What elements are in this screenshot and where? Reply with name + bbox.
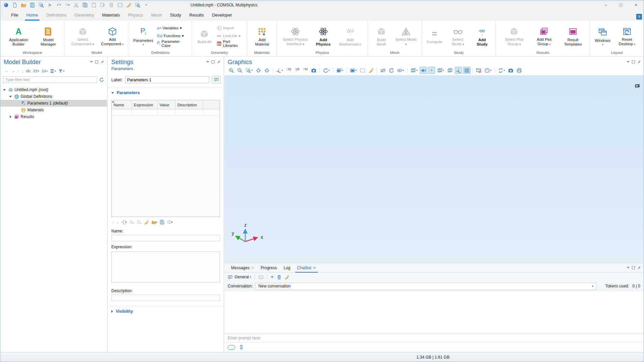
tab-study[interactable]: Study <box>166 9 185 21</box>
add-material-button[interactable]: Add Material <box>250 25 274 47</box>
close-tab-icon[interactable]: × <box>252 266 254 270</box>
expression-field-input[interactable] <box>111 251 220 282</box>
disable-automatic-plot-button[interactable] <box>475 67 482 74</box>
parameter-case-button[interactable]: PiParameter Case <box>155 40 189 47</box>
tree-item-global-definitions[interactable]: Global Definitions <box>0 93 107 100</box>
print-button[interactable] <box>515 67 523 74</box>
column-header-name[interactable]: Name <box>112 100 132 109</box>
panel-menu-icon[interactable] <box>90 61 93 63</box>
reset-hiding-button[interactable] <box>388 67 395 74</box>
deselect-box-button[interactable] <box>367 67 375 74</box>
windows-button[interactable]: Windows ▾ <box>593 26 612 46</box>
zoom-out-button[interactable] <box>236 67 244 74</box>
tree-item-parameters[interactable]: Pi Parameters 1 {default} <box>0 100 107 107</box>
sound-feedback-dropdown[interactable]: ▾ <box>428 67 435 74</box>
minimize-button[interactable]: – <box>598 0 613 9</box>
tree-item-results[interactable]: Results <box>0 113 107 120</box>
create-parameter-node-button[interactable] <box>212 76 221 84</box>
add-component-button[interactable]: Add Component ▾ <box>99 25 126 47</box>
redo-dropdown-icon[interactable]: ▾ <box>68 3 70 6</box>
description-field-input[interactable] <box>111 295 220 301</box>
new-conversation-button[interactable]: + <box>271 274 274 280</box>
tab-messages[interactable]: Messages× <box>228 263 257 272</box>
empty-table-row[interactable] <box>112 109 220 116</box>
panel-pin-icon[interactable] <box>217 60 221 64</box>
panel-float-icon[interactable] <box>95 60 98 63</box>
tab-chatbot[interactable]: Chatbot× <box>294 263 319 272</box>
copy-button[interactable] <box>81 1 89 9</box>
select-box-button[interactable] <box>116 1 124 9</box>
load-from-file-button[interactable]: ▾ <box>151 220 157 225</box>
model-manager-button[interactable]: Model Manager <box>35 25 62 47</box>
visibility-section-header[interactable]: Visibility <box>108 306 223 316</box>
model-tree-nodes-button[interactable]: ▾ <box>50 68 56 74</box>
orthographic-cube-toggle[interactable] <box>446 67 454 74</box>
image-export-button[interactable]: ▾ <box>349 67 358 74</box>
prompt-input[interactable] <box>224 336 644 340</box>
go-to-yz-view-button[interactable]: ↑yz <box>293 67 301 74</box>
hide-objects-button[interactable] <box>379 67 387 74</box>
name-field-input[interactable] <box>111 235 220 241</box>
refresh-icon[interactable] <box>99 77 104 82</box>
orthographic-projection-button[interactable] <box>310 67 317 74</box>
update-plot-button[interactable]: ▾ <box>497 67 506 74</box>
column-header-value[interactable]: Value <box>158 100 175 109</box>
chat-history-area[interactable] <box>224 291 644 334</box>
chevron-down-icon[interactable] <box>2 89 6 91</box>
parameters-section-header[interactable]: Parameters <box>108 87 223 97</box>
transparency-button[interactable]: ▾ <box>436 67 445 74</box>
clear-selection-button[interactable] <box>125 1 133 9</box>
help-button[interactable]: ? <box>636 14 642 20</box>
save-button[interactable] <box>29 1 36 9</box>
panel-menu-icon[interactable] <box>206 61 209 63</box>
expand-all-button[interactable]: ▾ <box>41 68 48 74</box>
delete-conversation-button[interactable] <box>277 275 282 280</box>
new-file-button[interactable] <box>11 1 19 9</box>
undo-dropdown-icon[interactable]: ▾ <box>60 3 61 6</box>
save-to-model-manager-button[interactable] <box>37 1 45 9</box>
sound-feedback-button[interactable] <box>420 67 427 74</box>
zoom-box-button[interactable]: ▾ <box>245 67 254 74</box>
tree-item-root[interactable]: Untitled.mph (root) <box>0 86 107 93</box>
zoom-to-selection-button[interactable] <box>263 67 271 74</box>
find-button[interactable] <box>134 1 141 9</box>
chevron-right-icon[interactable] <box>8 115 12 118</box>
maximize-button[interactable]: □ <box>613 0 628 9</box>
scene-light-button[interactable]: ▾ <box>335 67 344 74</box>
tree-item-materials[interactable]: Materials <box>0 107 107 113</box>
tab-developer[interactable]: Developer <box>208 9 236 21</box>
column-header-expression[interactable]: Expression <box>132 100 158 109</box>
tab-materials[interactable]: Materials <box>98 9 124 21</box>
graphics-viewport[interactable]: z y x <box>224 75 644 262</box>
functions-button[interactable]: f(x)Functions▾ <box>155 32 189 39</box>
panel-pin-icon[interactable] <box>101 60 104 64</box>
parameters-table[interactable]: ▸▸ Name Expression Value Description <box>111 100 220 217</box>
variables-button[interactable]: a=Variables▾ <box>155 25 189 31</box>
attach-file-button[interactable] <box>239 345 244 350</box>
panel-float-icon[interactable] <box>632 266 635 269</box>
tree-filter-input[interactable] <box>3 76 97 83</box>
panel-pin-icon[interactable] <box>637 266 641 270</box>
clear-conversation-button[interactable] <box>284 275 289 280</box>
view-hidden-button[interactable]: ▾ <box>396 67 405 74</box>
go-to-xy-view-button[interactable]: ↑xy <box>285 67 292 74</box>
zoom-extents-button[interactable] <box>255 67 262 74</box>
show-grid-toggle[interactable] <box>463 67 471 74</box>
clear-table-button[interactable] <box>144 220 149 225</box>
conversation-select[interactable]: New conversation ▾ <box>255 283 596 290</box>
panel-menu-icon[interactable] <box>627 61 629 63</box>
show-button[interactable] <box>26 68 31 74</box>
collapse-all-button[interactable]: ▾ <box>33 68 39 74</box>
zoom-in-button[interactable] <box>228 67 235 74</box>
reset-desktop-button[interactable]: Reset Desktop ▾ <box>613 25 641 47</box>
panel-menu-icon[interactable] <box>627 267 629 269</box>
send-prompt-button[interactable]: → <box>228 345 235 350</box>
rotate-view-button[interactable]: ▾ <box>322 67 331 74</box>
close-button[interactable]: × <box>628 0 644 9</box>
close-tab-icon[interactable]: × <box>313 266 316 270</box>
undo-button[interactable]: ↶▾ <box>55 1 62 9</box>
snapshot-button[interactable] <box>507 67 514 74</box>
tab-log[interactable]: Log <box>280 263 294 272</box>
open-file-button[interactable] <box>20 1 27 9</box>
customize-toolbar-button[interactable]: ▾ <box>143 1 150 9</box>
